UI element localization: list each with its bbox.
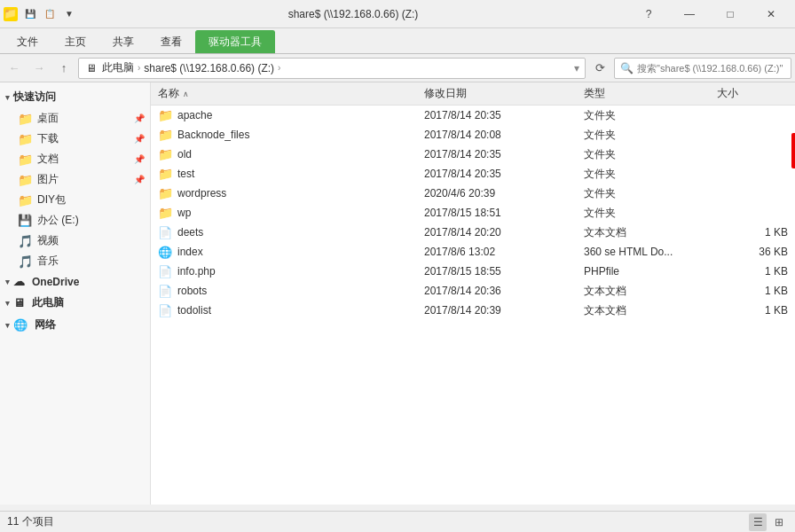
qat-dropdown[interactable]: ▼ [60,5,78,23]
table-row[interactable]: 📄 deets 2017/8/14 20:20 文本文档 1 KB [151,223,795,242]
file-icon: 📁 [158,167,172,181]
search-icon: 🔍 [620,62,634,74]
network-label: 网络 [35,317,56,332]
pin-icon-3: 📌 [134,154,145,164]
qat-save[interactable]: 💾 [21,5,39,23]
ribbon-tab-bar: 文件 主页 共享 查看 驱动器工具 [0,28,795,53]
file-modified: 2017/8/14 20:39 [424,304,584,317]
sidebar-videos-label: 视频 [37,233,59,248]
file-icon: 📁 [158,108,172,122]
sidebar-item-videos[interactable]: 🎵 视频 [0,231,150,251]
up-button[interactable]: ↑ [53,58,75,79]
file-icon: 📄 [158,284,172,298]
search-box[interactable]: 🔍 [614,58,791,79]
file-modified: 2017/8/14 20:35 [424,168,584,180]
path-this-pc[interactable]: 此电脑 [102,60,134,75]
file-size: 1 KB [717,285,788,297]
table-row[interactable]: 📁 wordpress 2020/4/6 20:39 文件夹 [151,184,795,203]
sidebar-documents-label: 文档 [37,152,59,167]
tab-home[interactable]: 主页 [51,30,99,53]
tab-view[interactable]: 查看 [147,30,195,53]
file-name-cell: 🌐 index [158,245,424,259]
file-icon: 📁 [158,186,172,200]
minimize-button[interactable]: — [669,0,710,28]
sidebar: ▾ 快速访问 📁 桌面 📌 📁 下载 📌 📁 文档 📌 📁 图片 📌 📁 DIY… [0,82,151,505]
table-row[interactable]: 📁 apache 2017/8/14 20:35 文件夹 [151,106,795,125]
tab-share[interactable]: 共享 [99,30,147,53]
onedrive-icon: ☁ [13,275,25,288]
pin-icon: 📌 [134,113,145,123]
this-pc-label: 此电脑 [32,295,64,310]
file-type: 文件夹 [584,128,717,143]
sidebar-item-office-e[interactable]: 💾 办公 (E:) [0,210,150,231]
sidebar-section-quick-access[interactable]: ▾ 快速访问 [0,86,150,108]
table-row[interactable]: 📁 Backnode_files 2017/8/14 20:08 文件夹 [151,125,795,145]
table-row[interactable]: 📁 wp 2017/8/15 18:51 文件夹 [151,203,795,223]
path-share[interactable]: share$ (\\192.168.0.66) (Z:) [144,62,274,74]
file-list-header: 名称 ∧ 修改日期 类型 大小 [151,82,795,106]
sidebar-item-desktop[interactable]: 📁 桌面 📌 [0,108,150,129]
file-modified: 2017/8/14 20:35 [424,148,584,160]
file-modified: 2017/8/14 20:36 [424,285,584,297]
table-row[interactable]: 🌐 index 2017/8/6 13:02 360 se HTML Do...… [151,242,795,262]
sidebar-section-onedrive[interactable]: ▾ ☁ OneDrive [0,271,150,292]
address-bar: ← → ↑ 🖥 此电脑 › share$ (\\192.168.0.66) (Z… [0,54,795,82]
file-name: todolist [177,304,211,317]
sidebar-music-label: 音乐 [37,254,59,269]
file-name-cell: 📁 wp [158,206,424,220]
search-input[interactable] [637,63,785,74]
sidebar-desktop-label: 桌面 [37,111,59,126]
col-modified-header[interactable]: 修改日期 [424,86,584,101]
table-row[interactable]: 📄 info.php 2017/8/15 18:55 PHPfile 1 KB [151,262,795,281]
file-modified: 2020/4/6 20:39 [424,187,584,200]
col-name-header[interactable]: 名称 ∧ [158,86,424,101]
address-path[interactable]: 🖥 此电脑 › share$ (\\192.168.0.66) (Z:) › ▾ [78,58,586,79]
close-button[interactable]: ✕ [751,0,791,28]
col-type-header[interactable]: 类型 [584,86,717,101]
tab-file[interactable]: 文件 [4,30,51,53]
file-icon: 📄 [158,225,172,239]
col-size-label: 大小 [717,86,738,101]
maximize-button[interactable]: □ [710,0,751,28]
sidebar-downloads-label: 下载 [37,131,59,146]
sidebar-section-network[interactable]: ▾ 🌐 网络 [0,314,150,336]
tab-drive-tools[interactable]: 驱动器工具 [195,30,275,53]
file-type: 文件夹 [584,206,717,221]
back-button[interactable]: ← [4,58,25,79]
sidebar-diybox-label: DIY包 [37,192,66,207]
col-size-header[interactable]: 大小 [717,86,788,101]
forward-button[interactable]: → [28,58,50,79]
file-icon: 📁 [158,147,172,161]
table-row[interactable]: 📄 todolist 2017/8/14 20:39 文本文档 1 KB [151,301,795,320]
table-row[interactable]: 📁 test 2017/8/14 20:35 文件夹 [151,164,795,184]
file-icon: 📄 [158,303,172,317]
sidebar-item-downloads[interactable]: 📁 下载 📌 [0,129,150,149]
videos-folder-icon: 🎵 [18,234,32,248]
file-type: 文件夹 [584,147,717,162]
file-modified: 2017/8/15 18:51 [424,207,584,219]
large-icons-view-button[interactable]: ⊞ [770,513,788,531]
music-folder-icon: 🎵 [18,254,32,269]
table-row[interactable]: 📄 robots 2017/8/14 20:36 文本文档 1 KB [151,281,795,301]
sidebar-item-music[interactable]: 🎵 音乐 [0,251,150,271]
downloads-folder-icon: 📁 [18,132,32,146]
file-name-cell: 📄 info.php [158,264,424,278]
sidebar-item-pictures[interactable]: 📁 图片 📌 [0,169,150,190]
sidebar-item-documents[interactable]: 📁 文档 📌 [0,149,150,169]
pin-icon-4: 📌 [134,175,145,184]
file-name: apache [177,109,212,121]
file-name: test [177,168,194,180]
this-pc-icon: 🖥 [13,296,25,309]
title-bar-left: 📁 💾 📋 ▼ [4,5,78,23]
details-view-button[interactable]: ☰ [749,513,767,531]
table-row[interactable]: 📁 old 2017/8/14 20:35 文件夹 [151,145,795,164]
this-pc-chevron: ▾ [5,299,10,308]
file-type: 文件夹 [584,167,717,182]
sidebar-item-diybox[interactable]: 📁 DIY包 [0,190,150,210]
refresh-button[interactable]: ⟳ [589,58,610,79]
sidebar-section-this-pc[interactable]: ▾ 🖥 此电脑 [0,292,150,314]
qat-properties[interactable]: 📋 [41,5,59,23]
pictures-folder-icon: 📁 [18,173,32,187]
help-button[interactable]: ? [628,0,669,28]
path-dropdown-arrow[interactable]: ▾ [574,62,579,74]
